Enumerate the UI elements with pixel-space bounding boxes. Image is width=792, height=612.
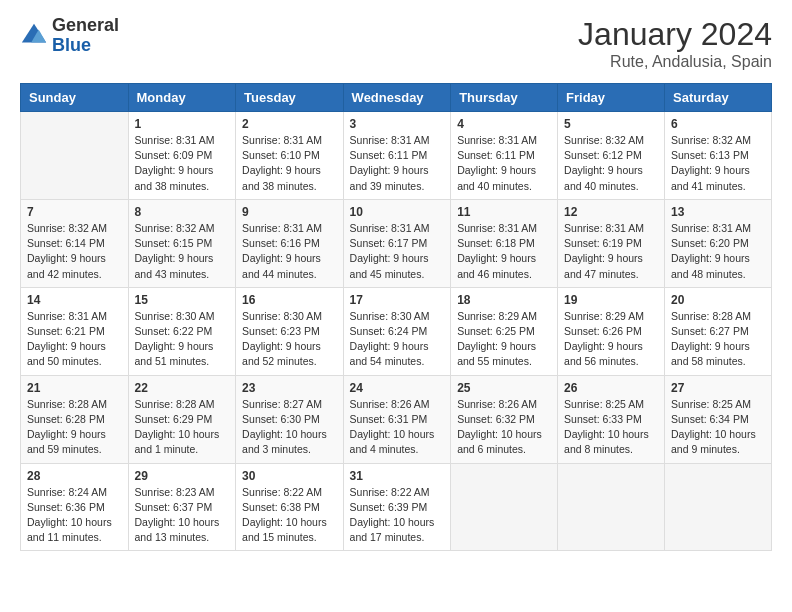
day-info: Sunrise: 8:30 AMSunset: 6:22 PMDaylight:…: [135, 309, 230, 370]
day-number: 20: [671, 293, 765, 307]
day-number: 28: [27, 469, 122, 483]
day-number: 3: [350, 117, 445, 131]
day-cell: 6Sunrise: 8:32 AMSunset: 6:13 PMDaylight…: [665, 112, 772, 200]
day-info: Sunrise: 8:31 AMSunset: 6:21 PMDaylight:…: [27, 309, 122, 370]
calendar-title: January 2024: [578, 16, 772, 53]
day-info: Sunrise: 8:31 AMSunset: 6:11 PMDaylight:…: [350, 133, 445, 194]
week-row-2: 7Sunrise: 8:32 AMSunset: 6:14 PMDaylight…: [21, 199, 772, 287]
day-number: 18: [457, 293, 551, 307]
day-number: 25: [457, 381, 551, 395]
day-cell: [21, 112, 129, 200]
day-number: 26: [564, 381, 658, 395]
day-cell: 28Sunrise: 8:24 AMSunset: 6:36 PMDayligh…: [21, 463, 129, 551]
day-info: Sunrise: 8:31 AMSunset: 6:20 PMDaylight:…: [671, 221, 765, 282]
day-info: Sunrise: 8:22 AMSunset: 6:38 PMDaylight:…: [242, 485, 337, 546]
day-number: 8: [135, 205, 230, 219]
day-info: Sunrise: 8:30 AMSunset: 6:23 PMDaylight:…: [242, 309, 337, 370]
day-info: Sunrise: 8:24 AMSunset: 6:36 PMDaylight:…: [27, 485, 122, 546]
day-cell: 14Sunrise: 8:31 AMSunset: 6:21 PMDayligh…: [21, 287, 129, 375]
logo-blue-text: Blue: [52, 35, 91, 55]
column-header-wednesday: Wednesday: [343, 84, 451, 112]
day-info: Sunrise: 8:31 AMSunset: 6:11 PMDaylight:…: [457, 133, 551, 194]
day-cell: 25Sunrise: 8:26 AMSunset: 6:32 PMDayligh…: [451, 375, 558, 463]
day-cell: 31Sunrise: 8:22 AMSunset: 6:39 PMDayligh…: [343, 463, 451, 551]
day-number: 21: [27, 381, 122, 395]
day-info: Sunrise: 8:26 AMSunset: 6:31 PMDaylight:…: [350, 397, 445, 458]
day-info: Sunrise: 8:30 AMSunset: 6:24 PMDaylight:…: [350, 309, 445, 370]
day-number: 22: [135, 381, 230, 395]
day-cell: [558, 463, 665, 551]
day-cell: [451, 463, 558, 551]
day-cell: 21Sunrise: 8:28 AMSunset: 6:28 PMDayligh…: [21, 375, 129, 463]
day-info: Sunrise: 8:27 AMSunset: 6:30 PMDaylight:…: [242, 397, 337, 458]
day-number: 12: [564, 205, 658, 219]
day-info: Sunrise: 8:25 AMSunset: 6:33 PMDaylight:…: [564, 397, 658, 458]
day-info: Sunrise: 8:28 AMSunset: 6:28 PMDaylight:…: [27, 397, 122, 458]
day-cell: 19Sunrise: 8:29 AMSunset: 6:26 PMDayligh…: [558, 287, 665, 375]
day-cell: 8Sunrise: 8:32 AMSunset: 6:15 PMDaylight…: [128, 199, 236, 287]
title-block: January 2024 Rute, Andalusia, Spain: [578, 16, 772, 71]
day-cell: 24Sunrise: 8:26 AMSunset: 6:31 PMDayligh…: [343, 375, 451, 463]
day-cell: 17Sunrise: 8:30 AMSunset: 6:24 PMDayligh…: [343, 287, 451, 375]
day-cell: 29Sunrise: 8:23 AMSunset: 6:37 PMDayligh…: [128, 463, 236, 551]
logo-general-text: General: [52, 15, 119, 35]
day-info: Sunrise: 8:32 AMSunset: 6:12 PMDaylight:…: [564, 133, 658, 194]
page-header: General Blue January 2024 Rute, Andalusi…: [20, 16, 772, 71]
column-header-thursday: Thursday: [451, 84, 558, 112]
day-cell: 5Sunrise: 8:32 AMSunset: 6:12 PMDaylight…: [558, 112, 665, 200]
day-cell: 4Sunrise: 8:31 AMSunset: 6:11 PMDaylight…: [451, 112, 558, 200]
day-number: 5: [564, 117, 658, 131]
day-number: 7: [27, 205, 122, 219]
day-number: 15: [135, 293, 230, 307]
day-cell: 12Sunrise: 8:31 AMSunset: 6:19 PMDayligh…: [558, 199, 665, 287]
day-number: 2: [242, 117, 337, 131]
day-number: 27: [671, 381, 765, 395]
day-cell: [665, 463, 772, 551]
day-info: Sunrise: 8:32 AMSunset: 6:15 PMDaylight:…: [135, 221, 230, 282]
day-cell: 3Sunrise: 8:31 AMSunset: 6:11 PMDaylight…: [343, 112, 451, 200]
day-number: 16: [242, 293, 337, 307]
day-number: 13: [671, 205, 765, 219]
day-cell: 7Sunrise: 8:32 AMSunset: 6:14 PMDaylight…: [21, 199, 129, 287]
day-number: 23: [242, 381, 337, 395]
day-number: 24: [350, 381, 445, 395]
day-info: Sunrise: 8:32 AMSunset: 6:13 PMDaylight:…: [671, 133, 765, 194]
column-header-sunday: Sunday: [21, 84, 129, 112]
calendar-subtitle: Rute, Andalusia, Spain: [578, 53, 772, 71]
day-number: 30: [242, 469, 337, 483]
day-cell: 16Sunrise: 8:30 AMSunset: 6:23 PMDayligh…: [236, 287, 344, 375]
day-cell: 1Sunrise: 8:31 AMSunset: 6:09 PMDaylight…: [128, 112, 236, 200]
day-info: Sunrise: 8:31 AMSunset: 6:10 PMDaylight:…: [242, 133, 337, 194]
column-header-saturday: Saturday: [665, 84, 772, 112]
day-cell: 10Sunrise: 8:31 AMSunset: 6:17 PMDayligh…: [343, 199, 451, 287]
day-number: 29: [135, 469, 230, 483]
day-number: 19: [564, 293, 658, 307]
day-cell: 26Sunrise: 8:25 AMSunset: 6:33 PMDayligh…: [558, 375, 665, 463]
logo-icon: [20, 22, 48, 50]
day-info: Sunrise: 8:31 AMSunset: 6:16 PMDaylight:…: [242, 221, 337, 282]
day-info: Sunrise: 8:23 AMSunset: 6:37 PMDaylight:…: [135, 485, 230, 546]
day-number: 1: [135, 117, 230, 131]
day-info: Sunrise: 8:31 AMSunset: 6:18 PMDaylight:…: [457, 221, 551, 282]
day-info: Sunrise: 8:22 AMSunset: 6:39 PMDaylight:…: [350, 485, 445, 546]
day-cell: 30Sunrise: 8:22 AMSunset: 6:38 PMDayligh…: [236, 463, 344, 551]
day-info: Sunrise: 8:25 AMSunset: 6:34 PMDaylight:…: [671, 397, 765, 458]
week-row-5: 28Sunrise: 8:24 AMSunset: 6:36 PMDayligh…: [21, 463, 772, 551]
day-info: Sunrise: 8:29 AMSunset: 6:26 PMDaylight:…: [564, 309, 658, 370]
day-cell: 15Sunrise: 8:30 AMSunset: 6:22 PMDayligh…: [128, 287, 236, 375]
day-cell: 23Sunrise: 8:27 AMSunset: 6:30 PMDayligh…: [236, 375, 344, 463]
day-number: 6: [671, 117, 765, 131]
day-cell: 27Sunrise: 8:25 AMSunset: 6:34 PMDayligh…: [665, 375, 772, 463]
day-number: 9: [242, 205, 337, 219]
day-cell: 22Sunrise: 8:28 AMSunset: 6:29 PMDayligh…: [128, 375, 236, 463]
column-header-tuesday: Tuesday: [236, 84, 344, 112]
day-cell: 2Sunrise: 8:31 AMSunset: 6:10 PMDaylight…: [236, 112, 344, 200]
day-number: 17: [350, 293, 445, 307]
day-cell: 13Sunrise: 8:31 AMSunset: 6:20 PMDayligh…: [665, 199, 772, 287]
day-number: 31: [350, 469, 445, 483]
day-number: 11: [457, 205, 551, 219]
logo: General Blue: [20, 16, 119, 56]
day-info: Sunrise: 8:31 AMSunset: 6:19 PMDaylight:…: [564, 221, 658, 282]
day-cell: 20Sunrise: 8:28 AMSunset: 6:27 PMDayligh…: [665, 287, 772, 375]
day-cell: 18Sunrise: 8:29 AMSunset: 6:25 PMDayligh…: [451, 287, 558, 375]
